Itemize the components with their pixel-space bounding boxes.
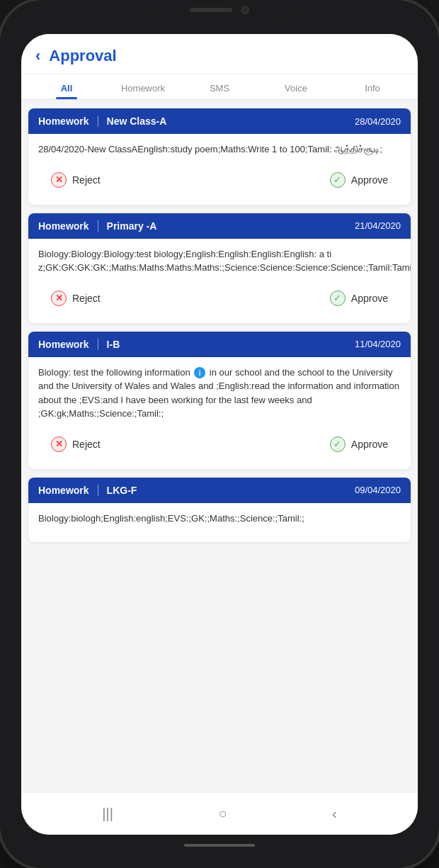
card-2-date: 21/04/2020	[355, 220, 401, 231]
card-1-header: Homework New Class-A 28/04/2020	[28, 108, 411, 134]
divider	[98, 220, 98, 232]
card-1: Homework New Class-A 28/04/2020 28/04/20…	[28, 108, 411, 205]
card-2: Homework Primary -A 21/04/2020 Biology:B…	[28, 213, 411, 323]
card-4: Homework LKG-F 09/04/2020 Biology:biolog…	[28, 478, 411, 543]
card-2-header-left: Homework Primary -A	[38, 220, 156, 232]
approve-icon: ✓	[330, 172, 346, 188]
info-icon: i	[194, 367, 205, 378]
card-4-date: 09/04/2020	[355, 485, 401, 495]
nav-recent-button[interactable]: |||	[102, 806, 113, 822]
card-2-body: Biology:Biology:Biology:test biology;Eng…	[28, 239, 411, 323]
card-2-header: Homework Primary -A 21/04/2020	[28, 213, 411, 239]
tab-voice[interactable]: Voice	[258, 74, 334, 99]
divider	[98, 485, 98, 496]
phone-notch	[149, 0, 290, 20]
divider	[98, 339, 98, 350]
bottom-nav: ||| ○ ‹	[21, 792, 418, 835]
nav-back-button[interactable]: ‹	[332, 806, 337, 822]
card-1-class: New Class-A	[107, 115, 167, 127]
card-3-header-left: Homework I-B	[38, 339, 120, 350]
phone-camera	[241, 6, 249, 14]
card-2-reject-button[interactable]: ✕ Reject	[38, 286, 113, 310]
home-indicator	[184, 844, 255, 847]
reject-icon: ✕	[51, 172, 67, 188]
card-1-type: Homework	[38, 115, 89, 127]
phone-bottom-bar	[184, 835, 255, 856]
card-1-reject-label: Reject	[72, 174, 101, 186]
card-2-type: Homework	[38, 220, 89, 232]
tab-sms[interactable]: SMS	[181, 74, 258, 99]
card-3-header: Homework I-B 11/04/2020	[28, 332, 411, 357]
card-4-class: LKG-F	[107, 485, 137, 496]
tab-all[interactable]: All	[28, 74, 105, 99]
back-button[interactable]: ‹	[35, 47, 40, 65]
card-3-approve-button[interactable]: ✓ Approve	[317, 432, 401, 456]
card-3-actions: ✕ Reject ✓ Approve	[38, 429, 401, 461]
card-3-class: I-B	[107, 339, 120, 350]
card-1-approve-label: Approve	[351, 174, 388, 186]
card-1-body: 28/04/2020-New ClassAEnglish:study poem;…	[28, 134, 411, 205]
card-2-class: Primary -A	[107, 220, 157, 232]
nav-home-button[interactable]: ○	[218, 806, 227, 822]
tab-info[interactable]: Info	[334, 74, 411, 99]
approve-icon: ✓	[330, 291, 346, 306]
card-3-date: 11/04/2020	[355, 339, 401, 349]
tabs-bar: All Homework SMS Voice Info	[21, 74, 418, 100]
card-4-type: Homework	[38, 485, 89, 496]
card-1-text: 28/04/2020-New ClassAEnglish:study poem;…	[38, 142, 401, 157]
card-4-header-left: Homework LKG-F	[38, 485, 137, 496]
card-1-approve-button[interactable]: ✓ Approve	[317, 168, 401, 192]
card-2-text: Biology:Biology:Biology:test biology;Eng…	[38, 247, 401, 275]
card-2-actions: ✕ Reject ✓ Approve	[38, 283, 401, 315]
card-3-text: Biology: test the following information …	[38, 366, 401, 421]
card-1-reject-button[interactable]: ✕ Reject	[38, 168, 113, 192]
card-3-body: Biology: test the following information …	[28, 357, 411, 469]
card-3-type: Homework	[38, 339, 89, 350]
phone-frame: ‹ Approval All Homework SMS Voice Info H…	[0, 0, 439, 868]
approve-icon: ✓	[330, 436, 346, 452]
card-3-reject-label: Reject	[72, 439, 101, 450]
card-1-date: 28/04/2020	[355, 116, 401, 127]
card-1-actions: ✕ Reject ✓ Approve	[38, 165, 401, 196]
card-4-text: Biology:biologh;English:english;EVS:;GK:…	[38, 512, 401, 526]
card-2-approve-button[interactable]: ✓ Approve	[317, 286, 401, 310]
card-3: Homework I-B 11/04/2020 Biology: test th…	[28, 332, 411, 469]
card-1-header-left: Homework New Class-A	[38, 115, 166, 127]
tab-homework[interactable]: Homework	[105, 74, 181, 99]
app-header: ‹ Approval	[21, 34, 418, 74]
card-4-body: Biology:biologh;English:english;EVS:;GK:…	[28, 503, 411, 543]
card-2-reject-label: Reject	[72, 293, 101, 304]
content-area: Homework New Class-A 28/04/2020 28/04/20…	[21, 100, 418, 792]
phone-screen: ‹ Approval All Homework SMS Voice Info H…	[21, 34, 418, 835]
card-2-approve-label: Approve	[351, 293, 388, 304]
card-3-approve-label: Approve	[351, 439, 388, 450]
card-3-reject-button[interactable]: ✕ Reject	[38, 432, 113, 456]
phone-speaker	[190, 8, 232, 12]
page-title: Approval	[49, 47, 116, 65]
card-4-header: Homework LKG-F 09/04/2020	[28, 478, 411, 503]
reject-icon: ✕	[51, 436, 67, 452]
reject-icon: ✕	[51, 291, 67, 306]
divider	[98, 115, 98, 127]
